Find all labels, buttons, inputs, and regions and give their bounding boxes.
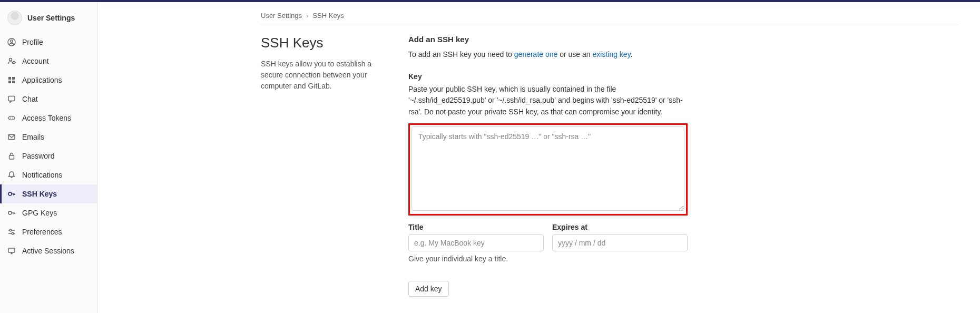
sidebar-item-label: SSH Keys xyxy=(22,190,57,198)
sidebar-item-label: Chat xyxy=(22,95,38,103)
add-key-button[interactable]: Add key xyxy=(408,281,449,297)
envelope-icon xyxy=(7,133,16,141)
title-input[interactable] xyxy=(408,234,544,251)
sidebar-item-active-sessions[interactable]: Active Sessions xyxy=(0,241,97,260)
ssh-key-textarea[interactable] xyxy=(411,126,684,211)
sidebar-item-label: Profile xyxy=(22,38,43,46)
main-content: User Settings › SSH Keys SSH Keys SSH ke… xyxy=(97,2,980,313)
expires-input[interactable] xyxy=(552,234,688,251)
bell-icon xyxy=(7,171,16,179)
add-key-intro: To add an SSH key you need to generate o… xyxy=(408,49,688,61)
sidebar-item-applications[interactable]: Applications xyxy=(0,71,97,90)
sidebar-item-label: Access Tokens xyxy=(22,114,71,122)
key-label: Key xyxy=(408,72,688,81)
add-key-heading: Add an SSH key xyxy=(408,35,688,44)
user-cog-icon xyxy=(7,57,16,65)
chevron-right-icon: › xyxy=(306,12,308,19)
title-label: Title xyxy=(408,223,544,231)
avatar xyxy=(7,11,22,25)
sidebar-header: User Settings xyxy=(0,7,97,33)
sidebar-item-label: Active Sessions xyxy=(22,247,74,255)
key-icon xyxy=(7,190,16,198)
breadcrumb: User Settings › SSH Keys xyxy=(261,12,959,19)
sidebar-item-chat[interactable]: Chat xyxy=(0,90,97,109)
sidebar-item-gpg-keys[interactable]: GPG Keys xyxy=(0,203,97,222)
sidebar-item-password[interactable]: Password xyxy=(0,146,97,165)
sidebar: User Settings ProfileAccountApplications… xyxy=(0,2,97,313)
sidebar-item-profile[interactable]: Profile xyxy=(0,33,97,52)
title-hint: Give your individual key a title. xyxy=(408,255,544,263)
sidebar-item-label: GPG Keys xyxy=(22,209,57,217)
user-circle-icon xyxy=(7,38,16,46)
key-icon xyxy=(7,209,16,217)
page-description: SSH keys allow you to establish a secure… xyxy=(261,58,393,92)
speech-bubble-icon xyxy=(7,95,16,103)
grid-icon xyxy=(7,76,16,84)
sidebar-item-label: Emails xyxy=(22,133,44,141)
expires-label: Expires at xyxy=(552,223,688,231)
sidebar-item-account[interactable]: Account xyxy=(0,52,97,71)
link-chain-icon xyxy=(7,114,16,122)
key-help-text: Paste your public SSH key, which is usua… xyxy=(408,84,688,118)
lock-icon xyxy=(7,152,16,160)
breadcrumb-leaf[interactable]: SSH Keys xyxy=(312,12,344,19)
monitor-icon xyxy=(7,247,16,255)
sliders-icon xyxy=(7,228,16,236)
sidebar-item-emails[interactable]: Emails xyxy=(0,128,97,146)
sidebar-item-label: Notifications xyxy=(22,171,62,179)
sidebar-item-notifications[interactable]: Notifications xyxy=(0,165,97,184)
sidebar-item-label: Password xyxy=(22,152,54,160)
divider xyxy=(261,25,959,25)
key-textarea-highlight xyxy=(408,123,688,216)
sidebar-item-label: Preferences xyxy=(22,228,62,236)
sidebar-item-preferences[interactable]: Preferences xyxy=(0,222,97,241)
sidebar-title: User Settings xyxy=(27,14,75,22)
sidebar-item-access-tokens[interactable]: Access Tokens xyxy=(0,109,97,128)
sidebar-item-label: Account xyxy=(22,57,49,65)
existing-key-link[interactable]: existing key xyxy=(593,50,631,58)
sidebar-item-ssh-keys[interactable]: SSH Keys xyxy=(0,184,97,203)
generate-one-link[interactable]: generate one xyxy=(514,50,558,58)
breadcrumb-root[interactable]: User Settings xyxy=(261,12,302,19)
page-title: SSH Keys xyxy=(261,35,393,51)
sidebar-item-label: Applications xyxy=(22,76,62,84)
